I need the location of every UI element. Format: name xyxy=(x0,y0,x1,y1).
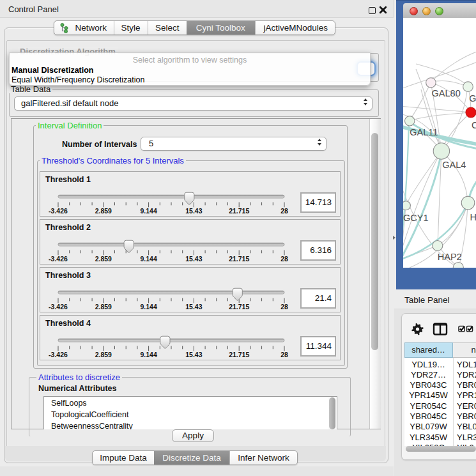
svg-text:9.144: 9.144 xyxy=(140,351,157,358)
svg-text:2.859: 2.859 xyxy=(95,351,112,358)
svg-text:15.43: 15.43 xyxy=(185,207,202,215)
svg-text:21.715: 21.715 xyxy=(229,207,249,215)
svg-text:GCY1: GCY1 xyxy=(403,213,429,223)
svg-text:C: C xyxy=(472,120,476,130)
svg-text:HAP2: HAP2 xyxy=(438,252,462,262)
svg-text:21.715: 21.715 xyxy=(229,351,249,358)
svg-text:H: H xyxy=(470,212,476,222)
svg-text:28: 28 xyxy=(280,207,288,215)
svg-text:-3.426: -3.426 xyxy=(49,207,68,215)
svg-text:15.43: 15.43 xyxy=(185,255,202,263)
svg-text:GAL11: GAL11 xyxy=(410,127,438,137)
svg-text:28: 28 xyxy=(280,351,288,358)
svg-text:GAL80: GAL80 xyxy=(432,88,461,98)
svg-text:9.144: 9.144 xyxy=(140,255,157,263)
svg-text:9.144: 9.144 xyxy=(140,303,157,311)
svg-text:9.144: 9.144 xyxy=(140,207,157,215)
svg-text:GAL4: GAL4 xyxy=(442,160,466,170)
svg-text:-3.426: -3.426 xyxy=(49,255,68,263)
svg-text:21.715: 21.715 xyxy=(229,255,249,263)
svg-text:-3.426: -3.426 xyxy=(49,303,68,311)
svg-text:21.715: 21.715 xyxy=(229,303,249,311)
svg-text:15.43: 15.43 xyxy=(185,351,202,358)
svg-text:2.859: 2.859 xyxy=(95,207,112,215)
svg-text:2.859: 2.859 xyxy=(95,255,112,263)
svg-text:-3.426: -3.426 xyxy=(49,351,68,358)
svg-text:28: 28 xyxy=(280,303,288,311)
svg-text:2.859: 2.859 xyxy=(95,303,112,311)
svg-text:GA: GA xyxy=(469,93,476,104)
svg-text:15.43: 15.43 xyxy=(185,303,202,311)
svg-text:28: 28 xyxy=(280,255,288,263)
